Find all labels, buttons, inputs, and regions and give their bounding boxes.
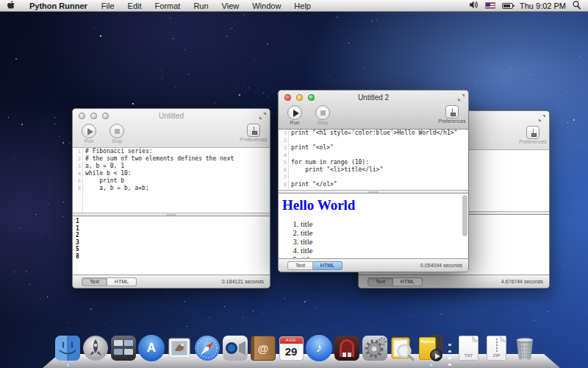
code-editor[interactable]: 1print "<h1 style='color:blue'>Hello Wor… — [279, 130, 468, 190]
list-item: title — [301, 220, 468, 229]
volume-icon[interactable] — [469, 1, 478, 10]
ical-icon[interactable]: AUG 29 — [278, 335, 304, 361]
preferences-icon — [445, 105, 459, 118]
facetime-icon[interactable] — [222, 335, 248, 361]
safari-icon[interactable] — [194, 335, 220, 361]
preferences-icon — [247, 124, 260, 137]
window-untitled: Untitled Run Stop Preferences 1# Fibonac… — [72, 108, 270, 289]
menu-format[interactable]: Format — [148, 1, 187, 10]
code-line: 3print "<ol>" — [279, 144, 468, 152]
play-icon — [87, 128, 93, 135]
txt-document-icon[interactable]: TXT — [456, 335, 482, 361]
itunes-icon[interactable]: ♪ — [306, 335, 332, 361]
active-app-menu[interactable]: Python Runner — [22, 1, 95, 10]
code-line: 6 a, b = b, a+b; — [73, 185, 270, 192]
address-book-icon[interactable]: @ — [250, 335, 276, 361]
preferences-button[interactable]: Preferences — [442, 105, 462, 124]
titlebar[interactable]: Untitled 2 — [279, 91, 468, 104]
output-mode-segmented-control: TextHTML — [287, 261, 343, 270]
system-preferences-icon[interactable] — [362, 335, 388, 361]
zip-label: ZIP — [487, 353, 506, 358]
output-pane: 1 1 2 3 5 8 — [73, 216, 270, 275]
trash-icon[interactable] — [512, 335, 538, 361]
stop-button[interactable]: Stop — [107, 124, 127, 144]
preferences-button[interactable]: Preferences — [523, 126, 543, 144]
code-line: 5for num in range (10): — [279, 159, 468, 166]
ical-month: AUG — [280, 337, 303, 344]
code-line: 2 — [279, 137, 468, 144]
mail-icon[interactable] — [166, 335, 193, 361]
execution-time: 0.054094 seconds — [420, 263, 462, 268]
python-runner-icon[interactable]: Python — [417, 335, 444, 361]
run-button[interactable]: Run — [79, 124, 99, 144]
segment-html[interactable]: HTML — [313, 261, 343, 270]
code-line: 8print "</ol>" — [279, 181, 468, 188]
preview-icon[interactable] — [390, 335, 416, 361]
play-icon — [293, 110, 299, 117]
minimize-button[interactable] — [296, 94, 303, 101]
rendered-heading: Hello World — [282, 197, 468, 213]
code-line: 2# the sum of two elements defines the n… — [73, 155, 270, 163]
finder-icon[interactable] — [54, 335, 81, 361]
menu-help[interactable]: Help — [287, 1, 318, 10]
code-line: 7 — [279, 174, 468, 181]
list-item: title — [301, 229, 468, 238]
close-button[interactable] — [79, 113, 85, 119]
stop-button[interactable]: Stop — [312, 105, 333, 125]
battery-icon[interactable] — [502, 3, 513, 9]
window-chrome: Untitled Run Stop Preferences — [73, 109, 270, 148]
segment-text[interactable]: Text — [287, 261, 313, 270]
output-mode-segmented-control: TextHTML — [368, 277, 423, 286]
fullscreen-icon[interactable] — [259, 113, 266, 119]
execution-time: 4.676744 seconds — [501, 279, 543, 284]
txt-label: TXT — [459, 353, 478, 358]
input-source-us-flag-icon[interactable] — [485, 2, 495, 9]
preferences-button[interactable]: Preferences — [243, 124, 264, 142]
fullscreen-icon[interactable] — [539, 115, 545, 121]
window-untitled-2: Untitled 2 Run Stop Preferences 1print "… — [278, 90, 469, 272]
text-output: 1 1 2 3 5 8 — [73, 216, 270, 260]
close-button[interactable] — [284, 94, 291, 101]
segment-html[interactable]: HTML — [107, 277, 137, 286]
preferences-icon — [526, 126, 539, 139]
apple-menu-icon[interactable] — [0, 1, 22, 10]
fullscreen-icon[interactable] — [458, 94, 465, 101]
menu-run[interactable]: Run — [187, 1, 215, 10]
code-line: 1# Fibonacci series: — [73, 148, 270, 155]
app-store-glyph: A — [147, 341, 156, 355]
menu-file[interactable]: File — [95, 1, 121, 10]
stop-icon — [320, 110, 326, 116]
app-store-icon[interactable]: A — [138, 335, 165, 361]
zip-document-icon[interactable]: ZIP — [484, 335, 510, 361]
zoom-button[interactable] — [308, 94, 315, 101]
titlebar[interactable]: Untitled — [73, 109, 270, 122]
scrollbar-thumb[interactable] — [462, 195, 467, 236]
segment-text[interactable]: Text — [82, 277, 107, 286]
code-line: 4while b < 10: — [73, 170, 270, 177]
window-title: Untitled — [159, 112, 184, 120]
stop-icon — [115, 129, 120, 134]
segment-text[interactable]: Text — [368, 277, 393, 286]
menu-view[interactable]: View — [215, 1, 246, 10]
zoom-button[interactable] — [102, 113, 109, 119]
launchpad-icon[interactable] — [82, 335, 109, 361]
html-output-pane: Hello World titletitletitletitletitletit… — [279, 194, 468, 258]
list-item: title — [301, 247, 468, 255]
status-bar: TextHTML 4.676744 seconds — [359, 275, 549, 288]
mission-control-icon[interactable] — [110, 335, 137, 361]
code-line: 4 — [279, 152, 468, 159]
itunes-note-glyph: ♪ — [316, 341, 323, 355]
execution-time: 0.184121 seconds — [222, 279, 264, 284]
photo-booth-icon[interactable] — [334, 335, 360, 361]
segment-html[interactable]: HTML — [393, 277, 423, 286]
spotlight-icon[interactable] — [573, 1, 581, 11]
window-title: Untitled 2 — [358, 93, 389, 102]
minimize-button[interactable] — [90, 113, 97, 119]
menu-edit[interactable]: Edit — [121, 1, 148, 10]
menu-window[interactable]: Window — [245, 1, 287, 10]
code-editor[interactable]: 1# Fibonacci series:2# the sum of two el… — [73, 148, 270, 213]
run-button[interactable]: Run — [284, 105, 305, 125]
address-book-glyph: @ — [258, 342, 269, 355]
menu-bar-clock[interactable]: Thu 9:02 PM — [520, 1, 566, 10]
python-runner-label: Python — [420, 338, 435, 344]
